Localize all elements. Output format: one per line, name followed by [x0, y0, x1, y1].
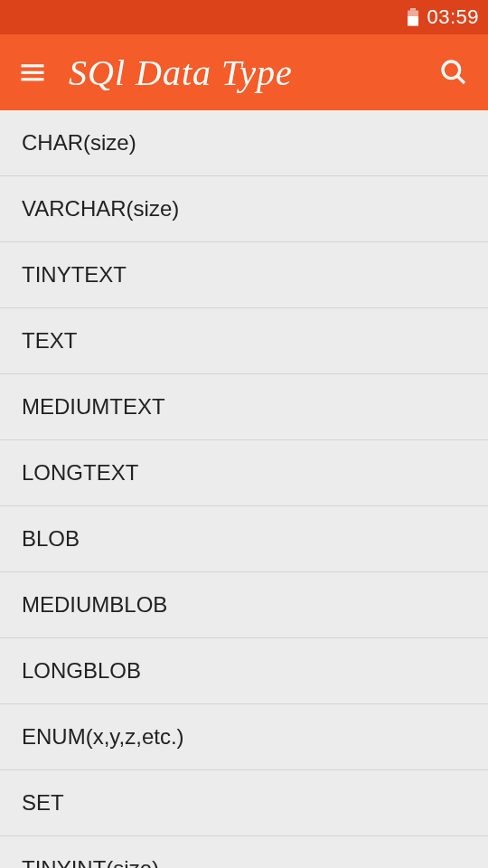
list-item[interactable]: SET — [0, 770, 488, 836]
svg-point-6 — [443, 61, 460, 79]
list-item-label: TINYINT(size) — [22, 856, 159, 868]
app-bar: SQl Data Type — [0, 34, 488, 110]
list-item-label: TEXT — [22, 328, 77, 354]
svg-line-7 — [457, 76, 465, 83]
svg-rect-3 — [22, 64, 44, 67]
list-item-label: CHAR(size) — [22, 130, 136, 156]
list-item[interactable]: MEDIUMBLOB — [0, 572, 488, 638]
status-time: 03:59 — [427, 5, 479, 29]
list-item-label: LONGTEXT — [22, 460, 138, 486]
list-item-label: SET — [22, 790, 64, 816]
list-item[interactable]: ENUM(x,y,z,etc.) — [0, 704, 488, 770]
svg-rect-0 — [410, 8, 416, 11]
list-item-label: ENUM(x,y,z,etc.) — [22, 724, 184, 750]
list-item[interactable]: TEXT — [0, 308, 488, 374]
list-item[interactable]: VARCHAR(size) — [0, 176, 488, 242]
list-item[interactable]: CHAR(size) — [0, 110, 488, 176]
status-bar: 03:59 — [0, 0, 488, 34]
list-item-label: MEDIUMTEXT — [22, 394, 165, 420]
page-title: SQl Data Type — [69, 52, 437, 94]
list-item-label: MEDIUMBLOB — [22, 592, 167, 618]
list-item-label: TINYTEXT — [22, 262, 127, 288]
battery-icon — [407, 8, 419, 26]
list-item[interactable]: MEDIUMTEXT — [0, 374, 488, 440]
search-icon[interactable] — [437, 56, 470, 89]
svg-rect-4 — [22, 71, 44, 74]
list-item[interactable]: LONGBLOB — [0, 638, 488, 704]
list-item-label: VARCHAR(size) — [22, 196, 179, 222]
list-container: CHAR(size) VARCHAR(size) TINYTEXT TEXT M… — [0, 110, 488, 868]
list-item[interactable]: BLOB — [0, 506, 488, 572]
list-item-label: LONGBLOB — [22, 658, 141, 684]
menu-icon[interactable] — [18, 58, 47, 87]
list-item[interactable]: LONGTEXT — [0, 440, 488, 506]
list-item[interactable]: TINYINT(size) — [0, 836, 488, 868]
svg-rect-2 — [408, 16, 418, 26]
svg-rect-5 — [22, 78, 44, 80]
list-item-label: BLOB — [22, 526, 80, 552]
list-item[interactable]: TINYTEXT — [0, 242, 488, 308]
